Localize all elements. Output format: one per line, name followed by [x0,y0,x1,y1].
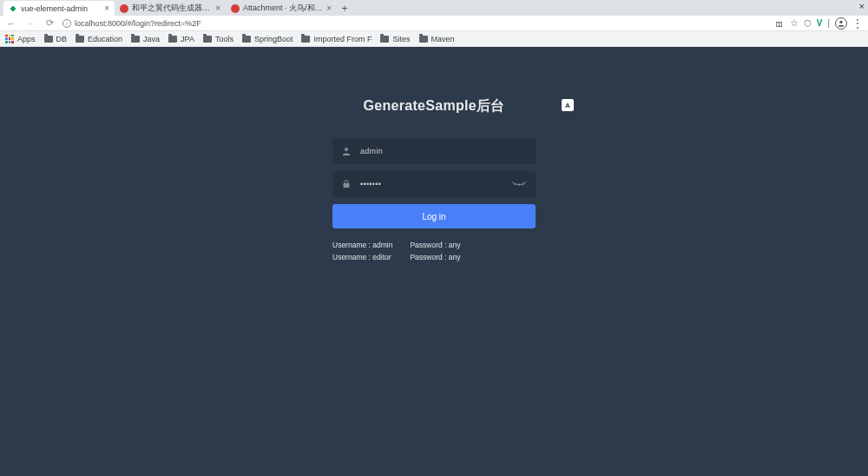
bookmark-label: JPA [181,35,194,43]
hint-text: Username : admin [332,241,392,249]
hints-passwords: Password : any Password : any [410,241,460,261]
folder-icon [131,36,140,43]
close-icon[interactable]: × [104,3,109,13]
language-switch-icon[interactable]: A [562,99,574,111]
bookmark-db[interactable]: DB [44,35,68,43]
tab-title: vue-element-admin [21,4,101,13]
bookmarks-bar: Apps DB Education Java JPA Tools SpringB… [0,31,868,47]
url-text: localhost:8000/#/login?redirect=%2F [75,19,201,28]
tab-title: Attachment · 火鸟/和平之… [243,3,323,14]
lock-icon [341,179,352,189]
bookmark-label: Sites [392,35,410,43]
folder-icon [168,36,177,43]
login-button[interactable]: Log in [332,204,536,228]
hint-text: Password : any [410,253,460,261]
hint-text: Password : any [410,241,460,249]
password-input[interactable] [360,180,503,188]
ext-icon[interactable]: ⬡ [804,18,812,28]
bookmark-maven[interactable]: Maven [419,35,455,43]
reload-button[interactable]: ⟳ [43,17,56,29]
eye-icon[interactable] [511,181,527,188]
toolbar-right: ⚿ ☆ ⬡ V | ⋮ [776,17,863,30]
page-title: GenerateSample后台 [363,97,504,116]
new-tab-button[interactable]: + [337,2,352,16]
bookmark-label: DB [56,35,68,43]
login-form: GenerateSample后台 A Log in Username : adm… [332,97,536,261]
forward-button[interactable]: → [24,18,36,29]
password-field-wrap [332,171,536,197]
bookmark-label: Tools [215,35,233,43]
back-button[interactable]: ← [5,18,17,29]
bookmark-java[interactable]: Java [131,35,160,43]
close-icon[interactable]: × [215,3,220,13]
window-close-icon[interactable]: × [859,1,865,11]
bookmark-label: Imported From F [313,35,372,43]
favicon-icon [231,4,240,13]
bookmark-label: Education [88,35,122,43]
bookmark-label: Apps [17,35,36,43]
profile-avatar[interactable] [835,17,847,30]
folder-icon [242,36,251,43]
title-row: GenerateSample后台 A [332,97,536,116]
folder-icon [44,36,53,43]
browser-tab-active[interactable]: vue-element-admin × [3,1,115,16]
favicon-icon [9,4,17,13]
bookmark-label: Java [143,35,160,43]
username-field-wrap [332,138,536,164]
username-input[interactable] [360,147,527,155]
info-icon: i [62,19,71,28]
hints: Username : admin Username : editor Passw… [332,241,536,261]
omnibox[interactable]: i localhost:8000/#/login?redirect=%2F [62,19,769,28]
bookmark-label: Maven [431,35,455,43]
svg-point-1 [345,148,348,151]
hint-text: Username : editor [332,253,392,261]
apps-icon [5,35,14,43]
browser-tab[interactable]: Attachment · 火鸟/和平之… × [226,1,337,16]
browser-tab[interactable]: 和平之翼代码生成器SME… × [115,1,226,16]
login-page: GenerateSample后台 A Log in Username : adm… [0,47,868,476]
svg-point-0 [839,20,842,23]
divider: | [827,18,830,28]
hints-usernames: Username : admin Username : editor [332,241,392,261]
bookmark-sites[interactable]: Sites [380,35,410,43]
menu-icon[interactable]: ⋮ [852,17,863,30]
vue-devtools-icon[interactable]: V [817,18,823,28]
bookmark-label: SpringBoot [254,35,293,43]
folder-icon [380,36,389,43]
folder-icon [419,36,428,43]
user-icon [341,146,352,156]
browser-toolbar: ← → ⟳ i localhost:8000/#/login?redirect=… [0,16,868,31]
bookmark-tools[interactable]: Tools [203,35,233,43]
folder-icon [76,36,84,43]
tab-title: 和平之翼代码生成器SME… [132,3,212,14]
tab-strip: vue-element-admin × 和平之翼代码生成器SME… × Atta… [0,0,868,16]
bookmark-imported[interactable]: Imported From F [301,35,372,43]
close-icon[interactable]: × [326,3,332,13]
star-icon[interactable]: ☆ [790,17,799,29]
key-icon[interactable]: ⚿ [776,21,785,26]
svg-rect-2 [344,183,350,188]
favicon-icon [120,4,128,13]
bookmark-springboot[interactable]: SpringBoot [242,35,293,43]
login-button-label: Log in [422,212,445,221]
bookmark-education[interactable]: Education [76,35,122,43]
bookmark-jpa[interactable]: JPA [168,35,194,43]
folder-icon [301,36,310,43]
folder-icon [203,36,212,43]
bookmark-apps[interactable]: Apps [5,35,36,43]
